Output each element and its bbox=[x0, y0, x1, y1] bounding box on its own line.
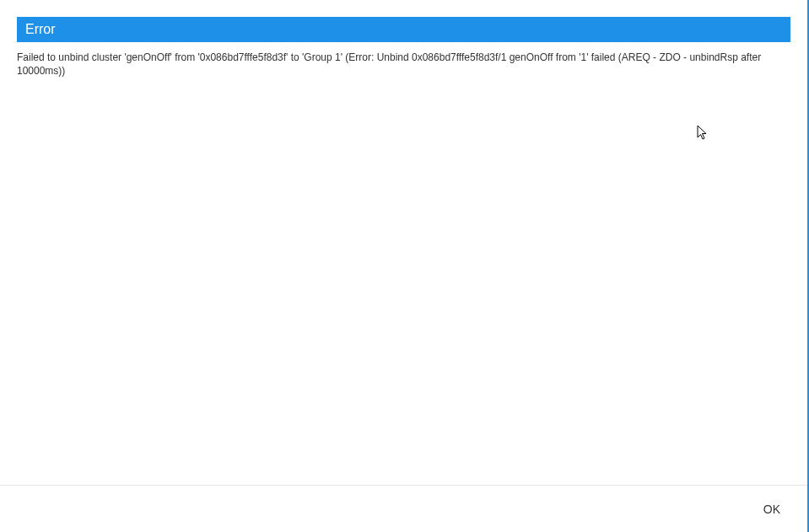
error-message: Failed to unbind cluster 'genOnOff' from… bbox=[17, 51, 790, 78]
error-dialog: Error Failed to unbind cluster 'genOnOff… bbox=[0, 0, 809, 532]
dialog-content: Error Failed to unbind cluster 'genOnOff… bbox=[0, 0, 807, 485]
ok-button[interactable]: OK bbox=[755, 497, 789, 521]
dialog-footer: OK bbox=[0, 485, 807, 532]
dialog-title-bar: Error bbox=[17, 17, 790, 42]
dialog-title: Error bbox=[25, 22, 56, 36]
